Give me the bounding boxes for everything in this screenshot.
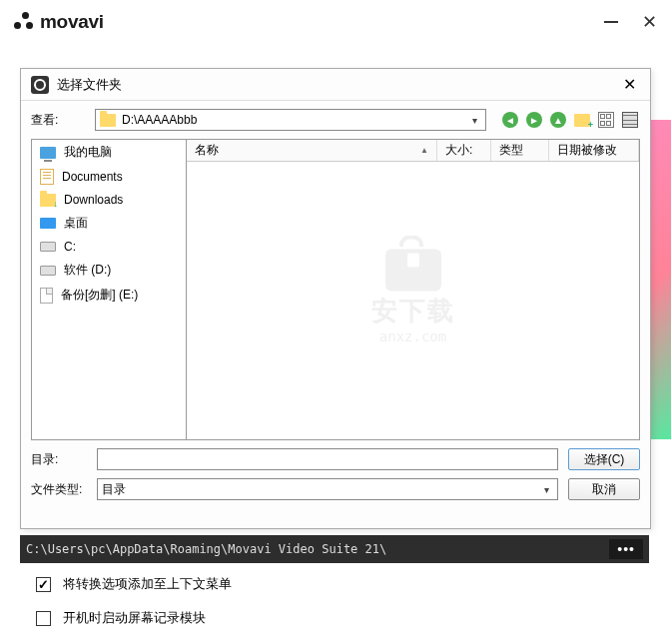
lookin-label: 查看:	[31, 112, 87, 129]
option-label: 开机时启动屏幕记录模块	[63, 609, 206, 627]
chevron-down-icon[interactable]: ▾	[468, 115, 481, 126]
app-window: movavi ✕ 选择文件夹 ✕ 查看: D:\AAAAAbbb ▾ ◄ ►	[0, 0, 671, 644]
folder-icon	[100, 114, 116, 127]
column-date[interactable]: 日期被修改	[549, 140, 639, 161]
back-button[interactable]: ◄	[500, 110, 520, 130]
dialog-close-button[interactable]: ✕	[619, 75, 640, 94]
download-folder-icon	[40, 194, 56, 207]
sidebar-item-label: 桌面	[64, 215, 88, 232]
filetype-combo[interactable]: 目录 ▾	[97, 478, 558, 500]
document-icon	[40, 169, 54, 185]
sidebar-item-downloads[interactable]: Downloads	[32, 189, 186, 211]
sidebar-item-label: 软件 (D:)	[64, 262, 111, 279]
sidebar-item-documents[interactable]: Documents	[32, 165, 186, 189]
sidebar-item-drive-d[interactable]: 软件 (D:)	[32, 258, 186, 283]
folder-dialog: 选择文件夹 ✕ 查看: D:\AAAAAbbb ▾ ◄ ► ▲ 我的电脑	[20, 68, 651, 529]
file-list-header: 名称▲ 大小: 类型 日期被修改	[187, 140, 639, 162]
column-name[interactable]: 名称▲	[187, 140, 437, 161]
dialog-icon	[31, 76, 49, 94]
sidebar-item-drive-e[interactable]: 备份[勿删] (E:)	[32, 283, 186, 308]
desktop-icon	[40, 218, 56, 229]
watermark-text-en: anxz.com	[371, 328, 455, 344]
up-button[interactable]: ▲	[548, 110, 568, 130]
computer-icon	[40, 147, 56, 159]
dialog-titlebar: 选择文件夹 ✕	[21, 69, 650, 101]
watermark-icon	[383, 236, 443, 292]
new-folder-button[interactable]	[572, 110, 592, 130]
page-icon	[40, 288, 53, 304]
sidebar-item-mycomputer[interactable]: 我的电脑	[32, 140, 186, 165]
close-button[interactable]: ✕	[642, 11, 657, 33]
watermark-text-cn: 安下载	[371, 294, 455, 328]
directory-label: 目录:	[31, 451, 87, 468]
select-button[interactable]: 选择(C)	[568, 448, 640, 470]
checkbox-checked-icon[interactable]	[36, 577, 51, 592]
sidebar-item-label: Documents	[62, 170, 123, 184]
path-combo[interactable]: D:\AAAAAbbb ▾	[95, 109, 486, 131]
save-path-row: C:\Users\pc\AppData\Roaming\Movavi Video…	[20, 535, 649, 563]
filetype-label: 文件类型:	[31, 481, 87, 498]
file-list-area[interactable]: 名称▲ 大小: 类型 日期被修改 安下载 anxz.com	[187, 139, 640, 440]
logo-icon	[14, 12, 34, 32]
sidebar: 我的电脑 Documents Downloads 桌面 C: 软件 (D:) 备…	[31, 139, 187, 440]
checkbox-icon[interactable]	[36, 611, 51, 626]
column-type[interactable]: 类型	[491, 140, 549, 161]
sidebar-item-label: C:	[64, 240, 76, 254]
chevron-down-icon: ▾	[540, 484, 553, 495]
option-label: 将转换选项添加至上下文菜单	[63, 575, 232, 593]
window-controls: ✕	[604, 11, 657, 33]
logo: movavi	[14, 11, 104, 33]
grid-view-button[interactable]	[596, 110, 616, 130]
minimize-button[interactable]	[604, 21, 618, 23]
watermark: 安下载 anxz.com	[371, 236, 455, 344]
browser-body: 我的电脑 Documents Downloads 桌面 C: 软件 (D:) 备…	[21, 139, 650, 440]
sidebar-item-drive-c[interactable]: C:	[32, 236, 186, 258]
sidebar-item-label: Downloads	[64, 193, 123, 207]
sort-asc-icon: ▲	[420, 146, 428, 155]
column-size[interactable]: 大小:	[437, 140, 491, 161]
save-path-text: C:\Users\pc\AppData\Roaming\Movavi Video…	[26, 542, 609, 556]
cancel-button[interactable]: 取消	[568, 478, 640, 500]
dialog-title: 选择文件夹	[57, 76, 122, 94]
option-context-menu[interactable]: 将转换选项添加至上下文菜单	[36, 575, 232, 593]
more-button[interactable]: •••	[609, 539, 643, 559]
drive-icon	[40, 242, 56, 252]
forward-button[interactable]: ►	[524, 110, 544, 130]
nav-toolbar: ◄ ► ▲	[500, 110, 640, 130]
path-text: D:\AAAAAbbb	[122, 113, 468, 127]
titlebar: movavi ✕	[0, 0, 671, 44]
sidebar-item-label: 我的电脑	[64, 144, 112, 161]
drive-icon	[40, 266, 56, 276]
option-startup-record[interactable]: 开机时启动屏幕记录模块	[36, 609, 206, 627]
dialog-bottom: 目录: 选择(C) 文件类型: 目录 ▾ 取消	[21, 440, 650, 518]
brand-text: movavi	[40, 11, 104, 33]
list-view-button[interactable]	[620, 110, 640, 130]
sidebar-item-desktop[interactable]: 桌面	[32, 211, 186, 236]
lookin-row: 查看: D:\AAAAAbbb ▾ ◄ ► ▲	[21, 101, 650, 139]
filetype-value: 目录	[102, 481, 126, 498]
sidebar-item-label: 备份[勿删] (E:)	[61, 287, 138, 304]
directory-input[interactable]	[97, 448, 558, 470]
